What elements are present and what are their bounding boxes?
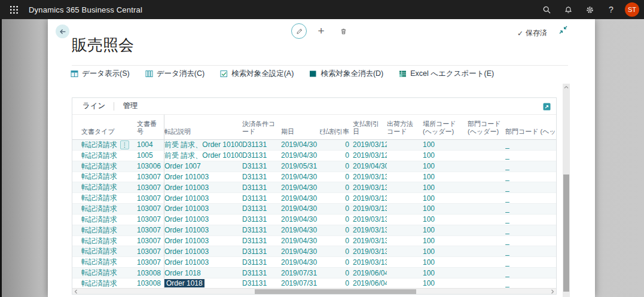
cell-terms[interactable]: D31131	[242, 268, 281, 278]
cell-type[interactable]: 転記済請求	[81, 182, 137, 192]
cell-due[interactable]: 2019/04/30	[281, 257, 320, 267]
cell-disc_pct[interactable]: 0	[320, 246, 353, 256]
cell-due[interactable]: 2019/04/30	[281, 151, 320, 161]
cell-terms[interactable]: D31131	[242, 236, 281, 246]
cell-disc_pct[interactable]: 0	[320, 140, 353, 150]
action-export-excel[interactable]: Excel へエクスポート(E)	[399, 69, 494, 79]
cell-dept[interactable]	[468, 140, 505, 150]
edit-button[interactable]	[291, 23, 307, 39]
scroll-right-arrow-icon[interactable]	[549, 289, 556, 295]
cell-disc_date[interactable]: 2019/03/13	[353, 236, 387, 246]
cell-disc_pct[interactable]: 0	[320, 182, 353, 192]
cell-desc[interactable]: Order 101003	[164, 225, 242, 235]
cell-terms[interactable]: D31131	[242, 140, 281, 150]
collapse-page-button[interactable]	[559, 26, 567, 36]
cell-dept[interactable]	[468, 246, 505, 256]
cell-ship[interactable]	[387, 193, 423, 203]
cell-dept2[interactable]: _	[505, 225, 556, 235]
cell-no[interactable]: 103008	[137, 278, 164, 289]
horizontal-scrollbar[interactable]	[72, 288, 556, 294]
back-button[interactable]	[56, 25, 69, 38]
cell-type[interactable]: 転記済請求	[81, 151, 137, 161]
horizontal-scrollbar-thumb[interactable]	[255, 289, 416, 294]
cell-terms[interactable]: D31131	[242, 215, 281, 225]
cell-dept[interactable]	[468, 268, 505, 278]
cell-ship[interactable]	[387, 268, 423, 278]
cell-dept2[interactable]: _	[505, 215, 556, 225]
cell-ship[interactable]	[387, 278, 423, 289]
cell-disc_pct[interactable]: 0	[320, 257, 353, 267]
cell-due[interactable]: 2019/04/30	[281, 225, 320, 235]
selected-cell[interactable]: Order 1018	[164, 279, 205, 287]
cell-type[interactable]: 転記済請求	[81, 193, 137, 203]
cell-disc_pct[interactable]: 0	[320, 193, 353, 203]
cell-loc[interactable]: 100	[423, 215, 468, 225]
cell-loc[interactable]: 100	[423, 172, 468, 182]
cell-no[interactable]: 103006	[137, 161, 164, 172]
cell-desc[interactable]: Order 101003	[164, 182, 242, 192]
column-header[interactable]: 決済条件コード	[242, 115, 281, 139]
cell-disc_date[interactable]: 2019/04/30	[353, 161, 387, 172]
action-set-all-search[interactable]: 検索対象全設定(A)	[220, 69, 294, 79]
cell-ship[interactable]	[387, 225, 423, 235]
cell-terms[interactable]: D31131	[242, 278, 281, 289]
cell-dept2[interactable]: _	[505, 268, 556, 278]
cell-no[interactable]: 103007	[137, 225, 164, 235]
cell-ship[interactable]	[387, 257, 423, 267]
table-row[interactable]: 転記済請求103007Order 101003D311312019/04/300…	[72, 225, 556, 236]
cell-dept2[interactable]: _	[505, 151, 556, 161]
column-header[interactable]: 転記説明	[164, 115, 242, 139]
cell-dept[interactable]	[468, 236, 505, 246]
cell-no[interactable]: 103007	[137, 257, 164, 267]
column-header[interactable]: 部門コード (ヘッダー)	[505, 115, 556, 139]
notifications-bell-icon[interactable]	[560, 2, 576, 17]
cell-no[interactable]: 103007	[137, 236, 164, 246]
cell-loc[interactable]: 100	[423, 193, 468, 203]
cell-disc_pct[interactable]: 0	[320, 215, 353, 225]
cell-due[interactable]: 2019/04/30	[281, 172, 320, 182]
settings-gear-icon[interactable]	[582, 2, 597, 17]
cell-loc[interactable]: 100	[423, 161, 468, 172]
cell-desc[interactable]: Order 101003	[164, 236, 242, 246]
vertical-scrollbar-thumb[interactable]	[563, 174, 569, 292]
cell-ship[interactable]	[387, 246, 423, 256]
cell-no[interactable]: 103007	[137, 204, 164, 214]
table-row[interactable]: 転記済請求⋮1004前受 請求、Order 101001。D311312019/…	[72, 140, 556, 151]
cell-desc[interactable]: Order 101003	[164, 246, 242, 256]
cell-loc[interactable]: 100	[423, 140, 468, 150]
cell-dept[interactable]	[468, 257, 505, 267]
cell-dept[interactable]	[468, 193, 505, 203]
column-header[interactable]: 場所コード (ヘッダー)	[423, 115, 468, 139]
cell-dept[interactable]	[468, 182, 505, 192]
cell-loc[interactable]: 100	[423, 278, 468, 289]
cell-no[interactable]: 103007	[137, 172, 164, 182]
cell-disc_date[interactable]: 2019/03/13	[353, 215, 387, 225]
table-row[interactable]: 転記済請求103006Order 1007D311312019/05/31020…	[72, 161, 556, 172]
table-row[interactable]: 転記済請求103007Order 101003D311312019/04/300…	[72, 182, 556, 193]
cell-desc[interactable]: 前受 請求、Order 101001。	[164, 140, 242, 150]
cell-disc_pct[interactable]: 0	[320, 204, 353, 214]
cell-type[interactable]: 転記済請求	[81, 236, 137, 246]
cell-disc_date[interactable]: 2019/03/13	[353, 225, 387, 235]
column-header[interactable]: 支払割引日	[353, 115, 387, 139]
cell-ship[interactable]	[387, 161, 423, 172]
cell-ship[interactable]	[387, 215, 423, 225]
cell-desc[interactable]: Order 101003	[164, 215, 242, 225]
cell-terms[interactable]: D31131	[242, 151, 281, 161]
cell-dept[interactable]	[468, 278, 505, 289]
cell-disc_pct[interactable]: 0	[320, 172, 353, 182]
cell-type[interactable]: 転記済請求	[81, 204, 137, 214]
cell-disc_date[interactable]: 2019/03/13	[353, 193, 387, 203]
column-header[interactable]: 部門コード (ヘッダー)	[468, 115, 505, 139]
cell-disc_pct[interactable]: 0	[320, 161, 353, 172]
cell-type[interactable]: 転記済請求	[81, 172, 137, 182]
cell-disc_pct[interactable]: 0	[320, 151, 353, 161]
app-launcher-waffle-icon[interactable]	[6, 2, 22, 17]
cell-terms[interactable]: D31131	[242, 193, 281, 203]
cell-loc[interactable]: 100	[423, 236, 468, 246]
cell-loc[interactable]: 100	[423, 246, 468, 256]
column-header[interactable]: 文書タイプ	[81, 115, 137, 139]
column-header[interactable]: 出荷方法コード	[387, 115, 423, 139]
cell-desc[interactable]: Order 1007	[164, 161, 242, 172]
table-row[interactable]: 転記済請求103007Order 101003D311312019/04/300…	[72, 172, 556, 183]
